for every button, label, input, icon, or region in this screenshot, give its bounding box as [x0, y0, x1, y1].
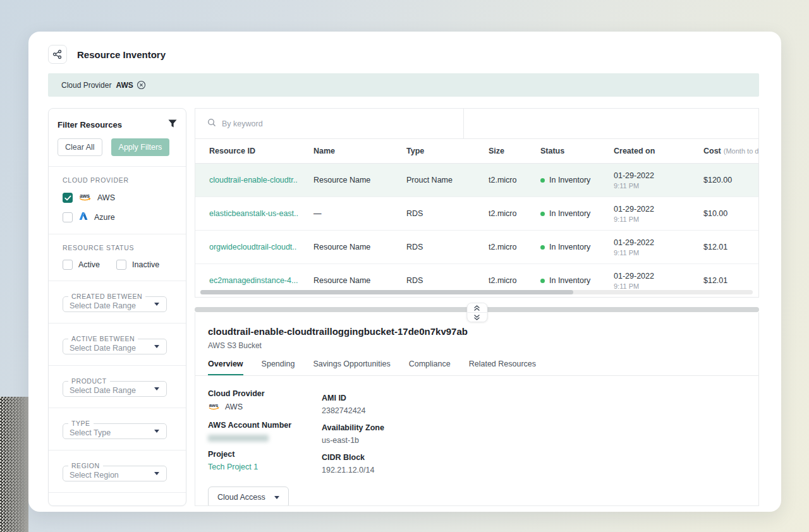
- resource-id-link[interactable]: orgwidecloudtrail-cloudt..: [209, 243, 313, 251]
- aws-logo-icon: aws: [208, 401, 220, 413]
- inactive-checkbox[interactable]: [116, 260, 126, 270]
- filter-select-dropdown[interactable]: REGION Select Region: [63, 466, 167, 481]
- filter-select-section: ACTIVE BETWEEN Select Date Range: [49, 323, 186, 365]
- filter-select-dropdown[interactable]: CREATED BETWEEN Select Date Range: [63, 296, 167, 312]
- collapse-down-button[interactable]: [467, 312, 487, 322]
- main-content: Resource ID Name Type Size Status Create…: [195, 108, 759, 506]
- created-on-cell: 01-29-2022 9:11 PM: [614, 272, 703, 290]
- detail-tab[interactable]: Overview: [208, 360, 243, 375]
- remove-filter-icon[interactable]: [137, 80, 146, 90]
- table-row[interactable]: cloudtrail-enable-cloudtr.. Resource Nam…: [195, 164, 758, 197]
- chevron-down-icon: [274, 496, 279, 499]
- resource-table: Resource ID Name Type Size Status Create…: [195, 108, 759, 298]
- aws-checkbox[interactable]: [63, 193, 73, 203]
- resource-name-cell: —: [313, 209, 406, 218]
- resource-type-cell: RDS: [406, 209, 489, 218]
- project-link[interactable]: Tech Project 1: [208, 462, 317, 471]
- aws-logo-icon: aws: [78, 192, 92, 203]
- status-cell: In Inventory: [540, 176, 614, 184]
- panel-collapse-control: [466, 303, 487, 322]
- resource-type-cell: RDS: [406, 276, 489, 285]
- column-header-name: Name: [313, 147, 406, 155]
- column-header-size: Size: [489, 147, 540, 155]
- filter-select-placeholder: Select Date Range: [70, 301, 136, 310]
- resource-name-cell: Resource Name: [313, 276, 406, 285]
- resource-name-cell: Resource Name: [313, 176, 406, 184]
- detail-tab[interactable]: Related Resources: [469, 360, 536, 375]
- apply-filters-button[interactable]: Apply Filters: [111, 138, 170, 156]
- search-icon: [207, 118, 216, 130]
- cidr-block-field-value: 192.21.12.0/14: [322, 466, 524, 475]
- expand-up-button[interactable]: [467, 303, 487, 312]
- overview-right-column: AMI ID 2382742424 Availability Zone us-e…: [322, 389, 524, 506]
- inactive-checkbox-row[interactable]: Inactive: [116, 260, 159, 270]
- horizontal-scrollbar[interactable]: [200, 290, 753, 294]
- azure-checkbox-row[interactable]: Azure: [63, 212, 177, 223]
- detail-tab[interactable]: Compliance: [409, 360, 451, 375]
- filter-select-label: CREATED BETWEEN: [68, 293, 145, 300]
- filter-selects: CREATED BETWEEN Select Date Range ACTIVE…: [49, 281, 186, 506]
- page-title: Resource Inventory: [77, 49, 166, 60]
- detail-subtitle: AWS S3 Bucket: [208, 341, 758, 350]
- chevron-down-icon: [154, 345, 159, 348]
- filter-select-placeholder: Select Date Range: [70, 344, 136, 353]
- column-header-resource-id: Resource ID: [209, 147, 313, 155]
- active-checkbox[interactable]: [63, 260, 73, 270]
- project-field-label: Project: [208, 450, 317, 459]
- filter-select-placeholder: Select Date Range: [70, 386, 136, 395]
- cloud-provider-field-value: AWS: [225, 402, 243, 411]
- resource-id-link[interactable]: cloudtrail-enable-cloudtr..: [209, 176, 313, 184]
- table-toolbar: [195, 109, 758, 139]
- aws-checkbox-row[interactable]: aws AWS: [63, 192, 177, 203]
- filter-select-label: TYPE: [68, 420, 94, 427]
- azure-logo-icon: [78, 212, 88, 223]
- cost-cell: $12.01: [703, 243, 759, 251]
- funnel-icon[interactable]: [168, 119, 177, 130]
- cloud-provider-section: CLOUD PROVIDER aws AWS: [49, 166, 186, 234]
- keyword-search[interactable]: [195, 109, 464, 138]
- status-cell: In Inventory: [540, 276, 614, 285]
- cloud-access-dropdown[interactable]: Cloud Access: [208, 487, 289, 506]
- status-dot-icon: [540, 245, 545, 250]
- ami-id-field-label: AMI ID: [322, 394, 524, 402]
- chevron-down-icon: [154, 303, 159, 306]
- scrollbar-thumb[interactable]: [200, 290, 573, 294]
- created-on-cell: 01-29-2022 9:11 PM: [614, 238, 703, 257]
- filter-title: Filter Resources: [58, 120, 122, 130]
- svg-text:aws: aws: [80, 193, 90, 199]
- detail-tab[interactable]: Savings Opportunities: [313, 360, 390, 375]
- detail-tab[interactable]: Spending: [262, 360, 295, 375]
- resource-status-heading: RESOURCE STATUS: [63, 244, 177, 251]
- filter-select-dropdown[interactable]: ACTIVE BETWEEN Select Date Range: [63, 339, 167, 354]
- azure-checkbox[interactable]: [63, 212, 73, 222]
- filter-select-placeholder: Select Type: [70, 428, 111, 437]
- resource-detail-panel: cloudtrail-enable-cloudtrailloggingbucke…: [195, 312, 759, 506]
- azure-checkbox-label: Azure: [94, 213, 115, 222]
- aws-checkbox-label: AWS: [97, 193, 115, 202]
- overview-content: Cloud Provider aws: [208, 389, 758, 506]
- status-cell: In Inventory: [540, 209, 614, 218]
- table-row[interactable]: elasticbeanstalk-us-east.. — RDS t2.micr…: [195, 197, 758, 231]
- clear-all-button[interactable]: Clear All: [58, 138, 102, 156]
- detail-tabs: Overview Spending Savings Opportunities …: [195, 360, 758, 376]
- filter-select-dropdown[interactable]: TYPE Select Type: [63, 423, 167, 439]
- resource-id-link[interactable]: ec2managedinstance-4...: [209, 276, 313, 285]
- filter-select-label: REGION: [68, 462, 103, 469]
- column-header-status: Status: [540, 147, 614, 155]
- status-badge: In Inventory: [549, 243, 590, 251]
- panel-splitter[interactable]: [195, 307, 759, 312]
- resource-inventory-window: Resource Inventory Cloud Provider AWS Fi…: [28, 32, 781, 512]
- table-header-row: Resource ID Name Type Size Status Create…: [195, 139, 758, 164]
- column-header-type: Type: [406, 147, 489, 155]
- filter-select-section: REGION Select Region: [49, 450, 186, 492]
- status-dot-icon: [540, 212, 545, 216]
- search-input[interactable]: [222, 119, 430, 128]
- filter-select-label: PRODUCT: [68, 377, 110, 385]
- resource-id-link[interactable]: elasticbeanstalk-us-east..: [209, 209, 313, 218]
- table-row[interactable]: orgwidecloudtrail-cloudt.. Resource Name…: [195, 231, 758, 264]
- active-checkbox-row[interactable]: Active: [63, 260, 100, 270]
- overview-left-column: Cloud Provider aws: [208, 389, 317, 506]
- resource-type-cell: RDS: [406, 243, 489, 251]
- filter-select-dropdown[interactable]: PRODUCT Select Date Range: [63, 381, 167, 397]
- resource-type-cell: Prouct Name: [406, 176, 489, 184]
